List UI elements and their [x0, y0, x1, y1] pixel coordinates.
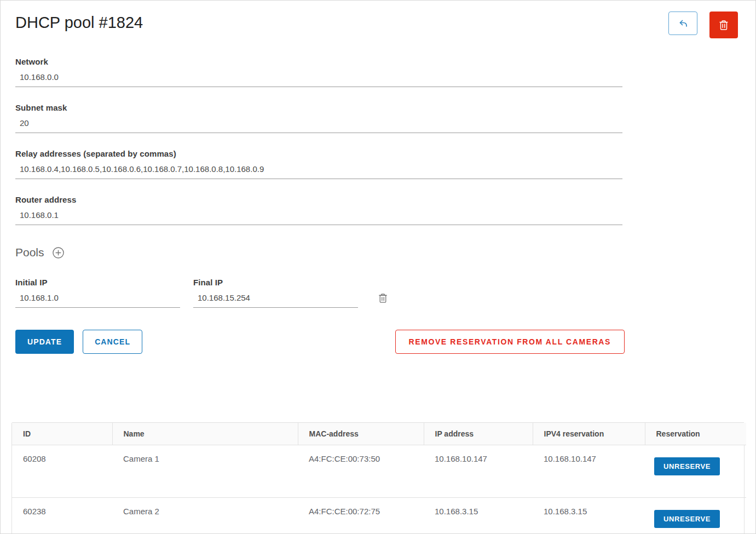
- column-header-reservation: Reservation: [645, 423, 746, 445]
- cell-name: Camera 1: [112, 445, 298, 498]
- cell-ipv4: 10.168.10.147: [533, 445, 645, 498]
- subnet-mask-input[interactable]: [15, 113, 622, 133]
- page-header: DHCP pool #1824: [1, 1, 755, 38]
- router-address-input[interactable]: [15, 205, 622, 225]
- field-relay-addresses: Relay addresses (separated by commas): [15, 149, 622, 179]
- cell-name: Camera 2: [112, 498, 298, 534]
- cell-id: 60208: [12, 445, 112, 498]
- subnet-mask-label: Subnet mask: [15, 103, 622, 112]
- field-router-address: Router address: [15, 195, 622, 225]
- final-ip-label: Final IP: [193, 278, 358, 287]
- column-header-name: Name: [112, 423, 298, 445]
- table-row: 60238 Camera 2 A4:FC:CE:00:72:75 10.168.…: [12, 498, 746, 534]
- network-input[interactable]: [15, 67, 622, 87]
- form-actions: UPDATE CANCEL REMOVE RESERVATION FROM AL…: [1, 308, 755, 354]
- trash-icon: [718, 19, 730, 32]
- plus-circle-icon: [52, 246, 65, 259]
- network-label: Network: [15, 57, 622, 66]
- initial-ip-label: Initial IP: [15, 278, 180, 287]
- undo-arrow-icon: [677, 17, 690, 30]
- pools-heading-label: Pools: [15, 246, 44, 259]
- column-header-ipv4: IPV4 reservation: [533, 423, 645, 445]
- trash-icon: [377, 292, 389, 305]
- pools-section-heading: Pools: [1, 241, 755, 259]
- cell-mac: A4:FC:CE:00:73:50: [298, 445, 424, 498]
- toolbar: [668, 12, 738, 38]
- cell-ipv4: 10.168.3.15: [533, 498, 645, 534]
- delete-pool-button[interactable]: [709, 12, 738, 38]
- delete-pool-row-button[interactable]: [377, 292, 389, 305]
- column-header-mac: MAC-address: [298, 423, 424, 445]
- pool-row: Initial IP Final IP: [1, 259, 755, 308]
- field-subnet-mask: Subnet mask: [15, 103, 622, 133]
- unreserve-button[interactable]: UNRESERVE: [654, 510, 720, 528]
- cell-id: 60238: [12, 498, 112, 534]
- initial-ip-input[interactable]: [15, 288, 180, 308]
- relay-addresses-label: Relay addresses (separated by commas): [15, 149, 622, 158]
- unreserve-button[interactable]: UNRESERVE: [654, 457, 720, 475]
- page-title: DHCP pool #1824: [15, 12, 143, 32]
- table-row: 60208 Camera 1 A4:FC:CE:00:73:50 10.168.…: [12, 445, 746, 498]
- dhcp-form: Network Subnet mask Relay addresses (sep…: [1, 38, 755, 225]
- table-header-row: ID Name MAC-address IP address IPV4 rese…: [12, 423, 746, 445]
- column-header-ip: IP address: [424, 423, 533, 445]
- cancel-button[interactable]: CANCEL: [83, 330, 142, 354]
- cell-mac: A4:FC:CE:00:72:75: [298, 498, 424, 534]
- final-ip-input[interactable]: [193, 288, 358, 308]
- field-network: Network: [15, 57, 622, 87]
- remove-reservation-all-button[interactable]: REMOVE RESERVATION FROM ALL CAMERAS: [395, 330, 625, 354]
- update-button[interactable]: UPDATE: [15, 330, 74, 354]
- cell-ip: 10.168.3.15: [424, 498, 533, 534]
- column-header-id: ID: [12, 423, 112, 445]
- add-pool-button[interactable]: [52, 246, 65, 259]
- cameras-table: ID Name MAC-address IP address IPV4 rese…: [11, 422, 745, 534]
- field-final-ip: Final IP: [193, 278, 358, 308]
- router-address-label: Router address: [15, 195, 622, 204]
- undo-button[interactable]: [668, 12, 697, 35]
- field-initial-ip: Initial IP: [15, 278, 180, 308]
- relay-addresses-input[interactable]: [15, 159, 622, 179]
- cell-ip: 10.168.10.147: [424, 445, 533, 498]
